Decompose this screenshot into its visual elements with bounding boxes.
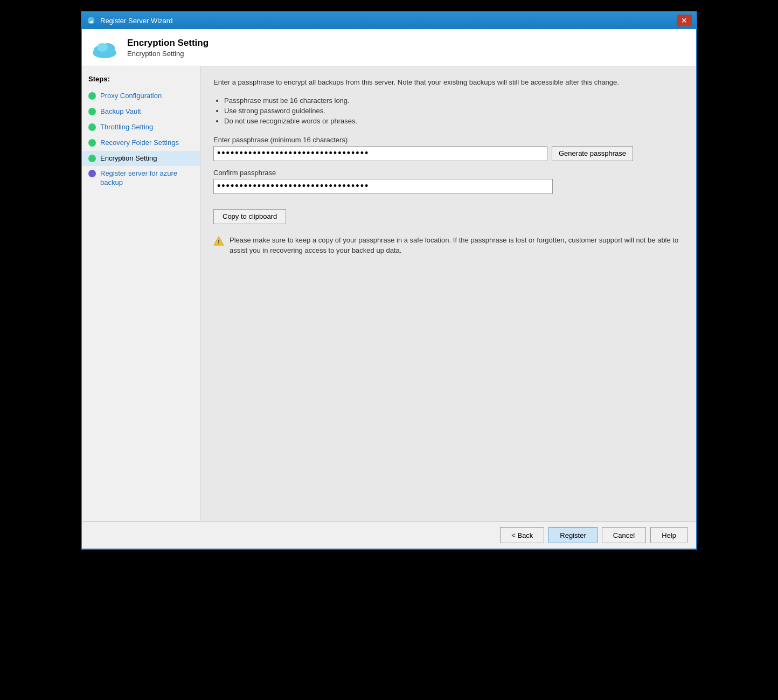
title-bar-left: ☁ Register Server Wizard: [86, 16, 172, 25]
header-text: Encryption Setting Encryption Setting: [127, 38, 209, 58]
content-description: Enter a passphrase to encrypt all backup…: [213, 77, 683, 88]
sidebar-item-label: Encryption Setting: [100, 154, 157, 163]
register-button[interactable]: Register: [548, 527, 597, 543]
bullet-item-1: Passphrase must be 16 characters long.: [224, 96, 683, 105]
svg-text:!: !: [218, 239, 220, 245]
confirm-label: Confirm passphrase: [213, 169, 683, 177]
dot-icon: [88, 170, 96, 177]
bullet-list: Passphrase must be 16 characters long. U…: [213, 96, 683, 125]
passphrase-field-group: Enter passphrase (minimum 16 characters)…: [213, 136, 683, 161]
sidebar: Steps: Proxy Configuration Backup Vault …: [82, 66, 200, 521]
main-window: ☁ Register Server Wizard ✕ Encryption Se…: [81, 11, 697, 550]
passphrase-label: Enter passphrase (minimum 16 characters): [213, 136, 683, 144]
steps-label: Steps:: [82, 73, 200, 88]
warning-icon: !: [213, 235, 224, 246]
dot-icon: [88, 108, 96, 115]
bullet-item-2: Use strong password guidelines.: [224, 107, 683, 115]
sidebar-item-throttling-setting[interactable]: Throttling Setting: [82, 120, 200, 135]
confirm-field-group: Confirm passphrase: [213, 169, 683, 194]
confirm-passphrase-input[interactable]: [213, 179, 553, 194]
sidebar-item-recovery-folder-settings[interactable]: Recovery Folder Settings: [82, 135, 200, 151]
dot-icon: [88, 92, 96, 100]
sidebar-item-label: Register server for azure backup: [100, 169, 193, 188]
warning-box: ! Please make sure to keep a copy of you…: [213, 235, 683, 256]
svg-text:☁: ☁: [89, 18, 94, 24]
copy-to-clipboard-button[interactable]: Copy to clipboard: [213, 209, 286, 224]
cancel-button[interactable]: Cancel: [602, 527, 646, 543]
wizard-footer: < Back Register Cancel Help: [82, 521, 696, 549]
sidebar-item-encryption-setting[interactable]: Encryption Setting: [82, 151, 200, 167]
warning-text: Please make sure to keep a copy of your …: [230, 235, 683, 256]
passphrase-input[interactable]: [213, 146, 547, 161]
sidebar-item-label: Throttling Setting: [100, 123, 153, 132]
sidebar-item-label: Recovery Folder Settings: [100, 138, 179, 148]
wizard-header: Encryption Setting Encryption Setting: [82, 29, 696, 66]
dot-icon: [88, 155, 96, 162]
bullet-item-3: Do not use recognizable words or phrases…: [224, 117, 683, 125]
dot-icon: [88, 139, 96, 147]
title-bar-text: Register Server Wizard: [100, 17, 172, 25]
dot-icon: [88, 123, 96, 131]
content-area: Enter a passphrase to encrypt all backup…: [200, 66, 696, 521]
header-title: Encryption Setting: [127, 38, 209, 48]
sidebar-item-backup-vault[interactable]: Backup Vault: [82, 104, 200, 120]
main-content: Steps: Proxy Configuration Backup Vault …: [82, 66, 696, 521]
app-icon: ☁: [86, 16, 96, 25]
sidebar-item-label: Proxy Configuration: [100, 92, 162, 101]
cloud-icon: [91, 37, 119, 58]
sidebar-item-proxy-configuration[interactable]: Proxy Configuration: [82, 88, 200, 104]
back-button[interactable]: < Back: [500, 527, 544, 543]
sidebar-item-label: Backup Vault: [100, 107, 141, 116]
header-subtitle: Encryption Setting: [127, 50, 209, 58]
help-button[interactable]: Help: [650, 527, 687, 543]
svg-point-5: [97, 43, 108, 52]
title-bar: ☁ Register Server Wizard ✕: [82, 12, 696, 29]
passphrase-row: Generate passphrase: [213, 146, 683, 161]
close-button[interactable]: ✕: [677, 15, 692, 26]
generate-passphrase-button[interactable]: Generate passphrase: [552, 146, 633, 161]
sidebar-item-register-server[interactable]: Register server for azure backup: [82, 166, 200, 191]
